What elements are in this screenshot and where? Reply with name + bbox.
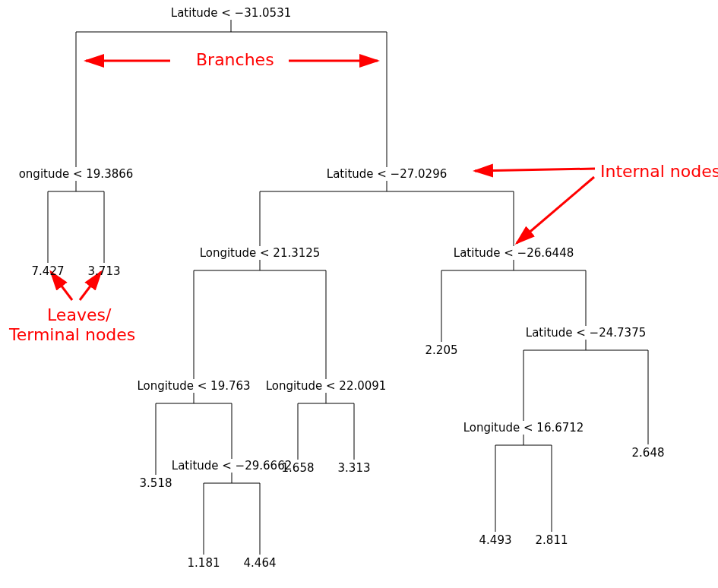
node-long1: ongitude < 19.3866 [17,167,135,181]
node-long19: Longitude < 19.763 [135,379,251,393]
svg-line-43 [517,177,594,243]
anno-internal-nodes: Internal nodes [600,162,718,181]
anno-leaves-line2: Terminal nodes [9,325,135,344]
node-lat2: Latitude < −27.0296 [325,167,448,181]
svg-line-42 [475,169,595,171]
node-lat26: Latitude < −26.6448 [452,246,575,260]
leaf-3518: 3.518 [140,476,172,490]
leaf-3313: 3.313 [338,461,371,475]
leaf-1658: 1.658 [282,461,315,475]
leaf-2205: 2.205 [425,343,458,357]
leaf-4464: 4.464 [244,556,277,570]
anno-branches: Branches [196,50,274,69]
leaf-4493: 4.493 [479,533,512,547]
node-lat24: Latitude < −24.7375 [524,326,647,340]
leaf-2811: 2.811 [536,533,568,547]
node-long22: Longitude < 22.0091 [264,379,388,393]
node-lat29: Latitude < −29.6662 [170,459,293,473]
leaf-2648: 2.648 [632,446,665,460]
anno-leaves-line1: Leaves/ [47,305,111,324]
tree-svg [0,0,718,588]
leaf-1181: 1.181 [188,556,220,570]
node-root: Latitude < −31.0531 [169,6,293,20]
leaf-7427: 7.427 [32,264,65,278]
node-long16: Longitude < 16.6712 [462,421,586,435]
node-long21: Longitude < 21.3125 [198,246,322,260]
leaf-3713: 3.713 [88,264,121,278]
